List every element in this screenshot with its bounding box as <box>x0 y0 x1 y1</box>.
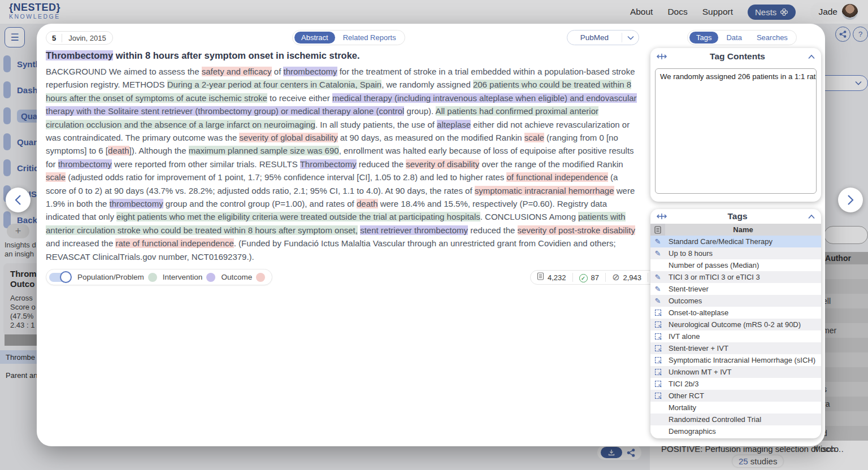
abstract-segment: BACKGROUND We aimed to assess the <box>46 67 202 76</box>
chevron-left-icon <box>15 194 21 206</box>
legend-item: Population/Problem <box>77 273 157 282</box>
highlight-toggle[interactable] <box>49 271 72 284</box>
tags-name-column-header: Name <box>665 224 821 236</box>
abstract-segment: at 90 days, as measured on the modified … <box>338 133 524 142</box>
data-table-icon[interactable]: ✎ <box>655 393 661 399</box>
abstract-segment: over the range of the modified Rankin <box>479 159 623 169</box>
tag-row[interactable]: ✎TICI 3 or mTICI 3 or eTICI 3 <box>650 271 821 283</box>
abstract-segment: death <box>357 199 378 208</box>
abstract-segment: Thrombectomy <box>46 50 113 60</box>
tag-row[interactable]: ✎Outcomes <box>650 295 821 307</box>
document-icon <box>654 226 661 234</box>
stat-document-icon[interactable]: 4,232 <box>531 272 572 282</box>
tag-row[interactable]: ✎Symptomatic Intracranial Hemorrhage (sI… <box>650 354 821 366</box>
study-chip[interactable]: 5 Jovin, 2015 <box>46 31 113 45</box>
tag-row[interactable]: ✎Up to 8 hours <box>650 247 821 259</box>
chevron-up-icon[interactable] <box>808 54 815 59</box>
stat-slash-circle-icon[interactable]: ⊘2,943 <box>606 272 648 282</box>
abstract-segment: safety and efficacy <box>202 67 272 76</box>
edit-pencil-icon[interactable]: ✎ <box>655 297 661 304</box>
abstract-segment: to receive either <box>267 93 332 103</box>
app-page: {NESTED} KNOWLEDGE AboutDocsSupport Nest… <box>0 0 868 470</box>
tag-row[interactable]: ✎Neurological Outcome (mRS 0-2 at 90D) <box>650 319 821 330</box>
tag-row[interactable]: ✎Standard Care/Medical Therapy <box>650 236 821 247</box>
tag-row[interactable]: Number of passes (Median) <box>650 259 821 271</box>
tags-table-header: Name <box>650 224 821 236</box>
abstract-segment: group and the control group (P=1.00), an… <box>163 199 357 208</box>
tag-row[interactable]: ✎Onset-to-alteplase <box>650 307 821 319</box>
abstract-segment: of functional independence <box>506 172 607 182</box>
chevron-right-icon <box>847 194 854 206</box>
data-table-icon[interactable]: ✎ <box>655 357 661 363</box>
edit-pencil-icon[interactable]: ✎ <box>655 285 661 293</box>
tag-row[interactable]: Demographics <box>650 425 821 437</box>
abstract-segment: . CONCLUSIONS Among <box>480 212 578 221</box>
data-table-icon[interactable]: ✎ <box>655 333 661 340</box>
data-table-icon[interactable]: ✎ <box>655 321 661 328</box>
abstract-segment: severity of disability <box>406 159 479 169</box>
abstract-segment: group). <box>404 106 435 116</box>
document-icon <box>537 272 544 282</box>
abstract-segment: scale <box>524 133 544 142</box>
tab-tags[interactable]: Tags <box>689 32 718 43</box>
abstract-segment: stent retriever thrombectomy <box>360 225 468 235</box>
abstract-segment: During a 2-year period at four centers i… <box>167 80 381 89</box>
study-modal: 5 Jovin, 2015 Abstract Related Reports P… <box>37 24 825 446</box>
abstract-segment: ]). Although the <box>129 146 189 155</box>
drag-horizontal-icon[interactable] <box>656 212 667 220</box>
source-select[interactable]: PubMed <box>567 30 639 45</box>
highlight-legend: Population/ProblemInterventionOutcome <box>46 269 272 285</box>
abstract-segment: (adjusted odds ratio for improvement of … <box>66 172 506 182</box>
edit-pencil-icon[interactable]: ✎ <box>655 238 661 245</box>
abstract-segment: death <box>108 146 129 155</box>
chevron-up-icon[interactable] <box>808 214 815 219</box>
abstract-segment: were reported from other similar trials.… <box>112 159 300 169</box>
drag-horizontal-icon[interactable] <box>656 53 667 60</box>
edit-pencil-icon[interactable]: ✎ <box>655 273 661 281</box>
tags-panel: Tags Name ✎Standard Care/Medical Therapy… <box>650 209 821 438</box>
tag-row[interactable]: ✎IVT alone <box>650 330 821 342</box>
tag-row[interactable]: Randomized Controlled Trial <box>650 414 821 425</box>
tag-contents-title: Tag Contents <box>667 51 808 62</box>
legend-color-dot <box>256 273 265 282</box>
panel-tabs: Tags Data Searches <box>687 30 797 45</box>
prev-study-button[interactable] <box>6 188 31 212</box>
tab-abstract[interactable]: Abstract <box>294 32 335 43</box>
abstract-segment: rate of functional independence <box>115 238 233 248</box>
legend-color-dot <box>206 273 215 282</box>
tag-row[interactable]: ✎Stent-triever + IVT <box>650 342 821 354</box>
slash-circle-icon: ⊘ <box>612 272 619 282</box>
data-table-icon[interactable]: ✎ <box>655 345 661 351</box>
abstract-segment: symptomatic intracranial hemorrhage <box>475 186 614 195</box>
abstract-segment: of <box>272 67 284 76</box>
data-table-icon[interactable]: ✎ <box>655 369 661 375</box>
legend-items-slot: Population/ProblemInterventionOutcome <box>77 273 265 282</box>
abstract-segment: thrombectomy <box>110 199 163 208</box>
legend-item: Outcome <box>221 273 265 282</box>
abstract-segment: Thrombectomy <box>300 159 357 169</box>
tab-searches[interactable]: Searches <box>750 32 795 43</box>
abstract-segment: eight patients who met the eligibility c… <box>116 212 480 221</box>
edit-pencil-icon[interactable]: ✎ <box>655 250 661 257</box>
abstract-segment: thrombectomy <box>283 67 337 76</box>
stat-check-circle-icon[interactable]: ✓87 <box>573 272 605 282</box>
study-citation: Jovin, 2015 <box>62 34 112 42</box>
tag-row[interactable]: ✎Other RCT <box>650 390 821 402</box>
tag-row[interactable]: ✎TICI 2b/3 <box>650 378 821 390</box>
tag-contents-input[interactable]: We randomly assigned 206 patients in a 1… <box>655 68 817 194</box>
data-table-icon[interactable]: ✎ <box>655 381 661 387</box>
abstract-body: BACKGROUND We aimed to assess the safety… <box>46 65 637 263</box>
data-table-icon[interactable]: ✎ <box>655 310 661 316</box>
tab-data[interactable]: Data <box>719 32 748 43</box>
tag-row[interactable]: ✎Stent-triever <box>650 283 821 295</box>
abstract-segment: within 8 hours after symptom onset in is… <box>113 50 359 60</box>
tag-row[interactable]: ✎Unknown MT + IVT <box>650 366 821 378</box>
tab-related-reports[interactable]: Related Reports <box>336 32 403 43</box>
tag-contents-panel: Tag Contents We randomly assigned 206 pa… <box>650 48 821 202</box>
abstract-segment: scale <box>46 172 66 182</box>
tag-row[interactable]: Mortality <box>650 402 821 414</box>
check-circle-icon: ✓ <box>579 272 588 282</box>
next-study-button[interactable] <box>838 188 863 212</box>
tags-title: Tags <box>667 211 808 221</box>
abstract-segment: thrombectomy <box>58 159 112 169</box>
